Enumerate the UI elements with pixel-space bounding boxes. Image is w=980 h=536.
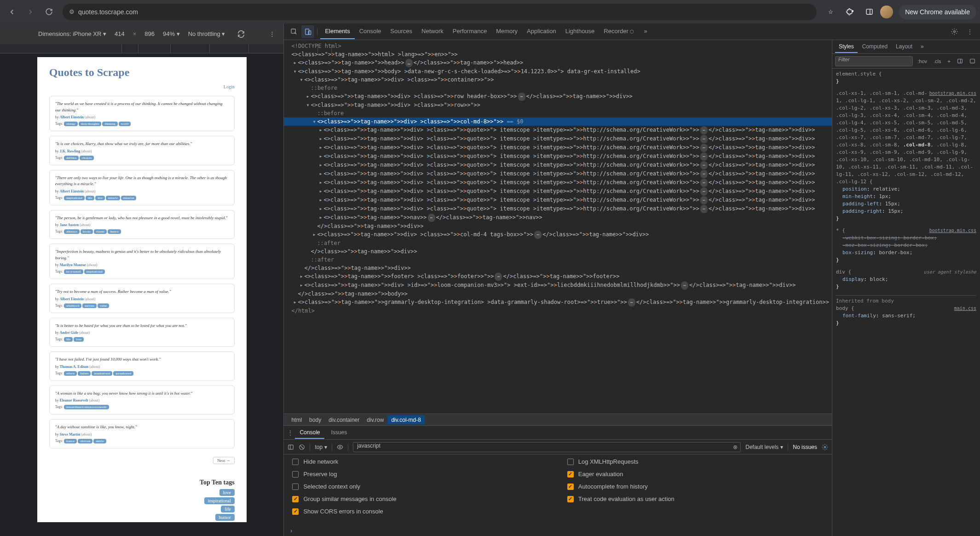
- dom-node[interactable]: ▸<>class>=>">>tag-name>>">>div> >class>=…: [284, 152, 832, 161]
- extensions-icon[interactable]: [842, 4, 858, 20]
- dom-node[interactable]: ▸<>class>=>">>tag-name>>">>div> >class>=…: [284, 161, 832, 169]
- new-chrome-button[interactable]: New Chrome available: [899, 5, 976, 19]
- tag[interactable]: live: [95, 196, 105, 200]
- checkbox[interactable]: ✓: [567, 471, 574, 478]
- console-setting[interactable]: ✓Treat code evaluation as user action: [567, 495, 824, 502]
- console-sidebar-icon[interactable]: [288, 444, 294, 450]
- console-settings-icon[interactable]: [822, 444, 828, 450]
- dom-node[interactable]: ▸<>class>=>">>tag-name>>">>div> >class>=…: [284, 169, 832, 178]
- tab-memory[interactable]: Memory: [491, 24, 522, 39]
- top-tag[interactable]: love: [219, 489, 235, 496]
- styles-tab-layout[interactable]: Layout: [892, 41, 916, 53]
- clear-filter-icon[interactable]: ⊗: [733, 444, 738, 450]
- dom-node[interactable]: ▸<>class>=>">>tag-name>>">>div> >class>=…: [284, 126, 832, 134]
- tab-sources[interactable]: Sources: [386, 24, 417, 39]
- dom-node[interactable]: ▸<>class>=>">>tag-name>>">>div> >class>=…: [284, 187, 832, 196]
- tag[interactable]: abilities: [64, 156, 79, 160]
- breadcrumb-item[interactable]: div.row: [363, 415, 387, 425]
- checkbox[interactable]: [567, 459, 574, 465]
- device-selector[interactable]: Dimensions: iPhone XR ▾: [38, 30, 106, 37]
- levels-selector[interactable]: Default levels ▾: [745, 444, 783, 450]
- tag[interactable]: misattributed-eleanor-roosevelt: [64, 405, 109, 409]
- checkbox[interactable]: [292, 484, 299, 490]
- dom-node[interactable]: </>class>=>">>tag-name>>">>div>>: [284, 222, 832, 230]
- context-selector[interactable]: top ▾: [315, 444, 327, 450]
- checkbox[interactable]: ✓: [292, 496, 299, 502]
- checkbox[interactable]: ✓: [292, 508, 299, 515]
- styles-tab-overflow[interactable]: »: [917, 41, 928, 53]
- tag[interactable]: inspirational: [84, 269, 105, 274]
- console-prompt[interactable]: ›: [284, 526, 832, 536]
- tag[interactable]: love: [74, 337, 84, 342]
- top-tag[interactable]: inspirational: [204, 497, 235, 504]
- console-setting[interactable]: Preserve log: [292, 471, 548, 478]
- rotate-icon[interactable]: [237, 30, 245, 38]
- bookmark-icon[interactable]: ☆: [822, 4, 839, 20]
- dom-node[interactable]: ▾<>class>=>">>tag-name>>">>div> >class>=…: [284, 76, 832, 84]
- console-setting[interactable]: ✓Autocomplete from history: [567, 483, 824, 490]
- next-button[interactable]: Next →: [213, 457, 235, 464]
- tab-recorder[interactable]: Recorder ⬡: [599, 24, 638, 39]
- tag[interactable]: choices: [80, 156, 94, 160]
- checkbox[interactable]: [292, 459, 299, 465]
- console-setting[interactable]: ✓Eager evaluation: [567, 471, 824, 478]
- tag[interactable]: inspirational: [64, 196, 85, 200]
- dom-node[interactable]: ::before: [284, 109, 832, 117]
- login-link[interactable]: Login: [49, 84, 235, 89]
- top-tag[interactable]: humor: [215, 514, 235, 521]
- tag[interactable]: deep-thoughts: [79, 122, 102, 126]
- console-setting[interactable]: Log XMLHttpRequests: [567, 458, 824, 465]
- tag[interactable]: humor: [108, 229, 121, 234]
- device-toggle-icon[interactable]: [301, 25, 314, 38]
- dom-node[interactable]: </>class>=>">>tag-name>>">>div>>: [284, 264, 832, 272]
- tag[interactable]: humor: [64, 439, 77, 443]
- throttle-selector[interactable]: No throttling ▾: [188, 30, 225, 37]
- dom-node[interactable]: ▸<>class>=>">>tag-name>>">>div> >class>=…: [284, 92, 832, 101]
- dom-node[interactable]: <>class>=>">>tag-name>>">>html> >lang>=>…: [284, 50, 832, 58]
- width-input[interactable]: 414: [115, 30, 125, 37]
- profile-avatar[interactable]: [880, 6, 893, 18]
- tag[interactable]: be-yourself: [64, 269, 83, 274]
- live-expression-icon[interactable]: [337, 444, 343, 450]
- forward-button[interactable]: [22, 4, 39, 20]
- dom-node[interactable]: ::after: [284, 256, 832, 264]
- dom-node[interactable]: ▸<>class>=>">>tag-name>>">>div> >class>=…: [284, 204, 832, 213]
- device-more-icon[interactable]: ⋮: [269, 30, 275, 37]
- dom-node[interactable]: <!DOCTYPE html>: [284, 42, 832, 50]
- drawer-more-icon[interactable]: ⋮: [288, 430, 293, 436]
- dom-node[interactable]: ▸<>class>=>">>tag-name>>">>footer> >clas…: [284, 272, 832, 281]
- console-filter[interactable]: javascript ⊗: [353, 442, 741, 452]
- checkbox[interactable]: ✓: [567, 496, 574, 502]
- reload-button[interactable]: [40, 4, 57, 20]
- console-setting[interactable]: Hide network: [292, 458, 548, 465]
- dom-node[interactable]: ▸<>class>=>">>tag-name>>">>div> >class>=…: [284, 143, 832, 152]
- dom-node[interactable]: ▸<>class>=>">>tag-name>>">>div> >class>=…: [284, 134, 832, 143]
- breadcrumb-item[interactable]: html: [288, 415, 306, 425]
- tab-application[interactable]: Application: [522, 24, 561, 39]
- tab-lighthouse[interactable]: Lighthouse: [561, 24, 600, 39]
- dom-node[interactable]: ▸<>class>=>">>tag-name>>">>div> >id>=>">…: [284, 281, 832, 290]
- dom-node[interactable]: </html>: [284, 307, 832, 315]
- inspect-icon[interactable]: [288, 25, 300, 38]
- tab-console[interactable]: Console: [355, 24, 386, 39]
- dom-node[interactable]: ▸<>class>=>">>tag-name>>">>grammarly-des…: [284, 298, 832, 307]
- new-rule-icon[interactable]: +: [946, 58, 952, 65]
- tag[interactable]: change: [64, 122, 78, 126]
- top-tag[interactable]: life: [221, 506, 234, 513]
- tag[interactable]: success: [82, 303, 97, 308]
- tag[interactable]: books: [81, 229, 93, 234]
- tag[interactable]: simile: [93, 439, 106, 443]
- drawer-tab-console[interactable]: Console: [295, 427, 324, 439]
- clear-console-icon[interactable]: [299, 444, 305, 450]
- top-tag[interactable]: books: [216, 522, 235, 523]
- dom-node[interactable]: ▾<>class>=>">>tag-name>>">>body> >data-n…: [284, 67, 832, 76]
- settings-icon[interactable]: [948, 25, 961, 38]
- dom-tree[interactable]: <!DOCTYPE html><>class>=>">>tag-name>>">…: [284, 40, 832, 414]
- tab-overflow[interactable]: »: [640, 24, 652, 39]
- back-button[interactable]: [4, 4, 20, 20]
- tag[interactable]: world: [119, 122, 131, 126]
- tab-elements[interactable]: Elements: [320, 24, 354, 39]
- computed-toggle-icon[interactable]: [968, 57, 977, 65]
- dom-node[interactable]: ::before: [284, 84, 832, 92]
- dom-node[interactable]: ▸<>class>=>">>tag-name>>">>div> >class>=…: [284, 178, 832, 187]
